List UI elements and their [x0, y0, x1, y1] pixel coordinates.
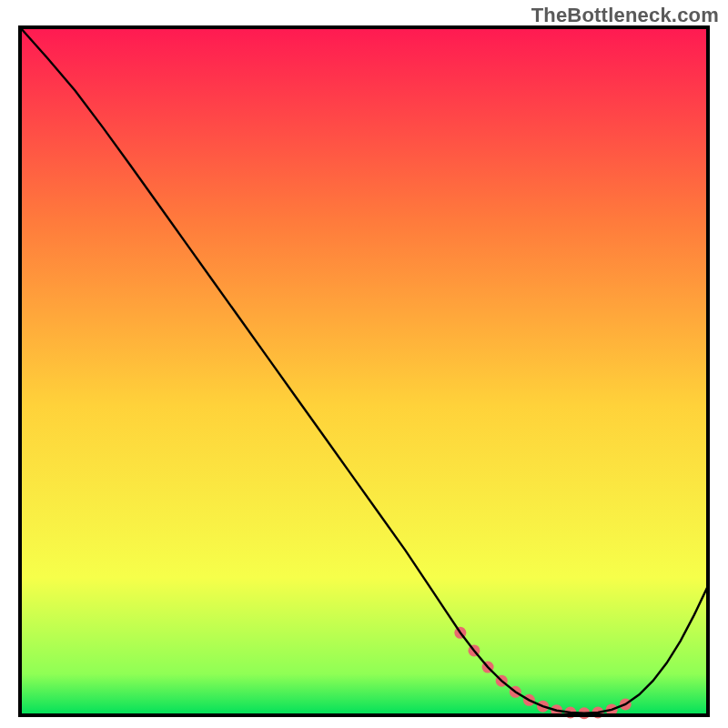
bottleneck-chart [0, 0, 728, 728]
watermark: TheBottleneck.com [531, 4, 719, 27]
plot-background [20, 27, 708, 715]
chart-stage: TheBottleneck.com [0, 0, 728, 728]
